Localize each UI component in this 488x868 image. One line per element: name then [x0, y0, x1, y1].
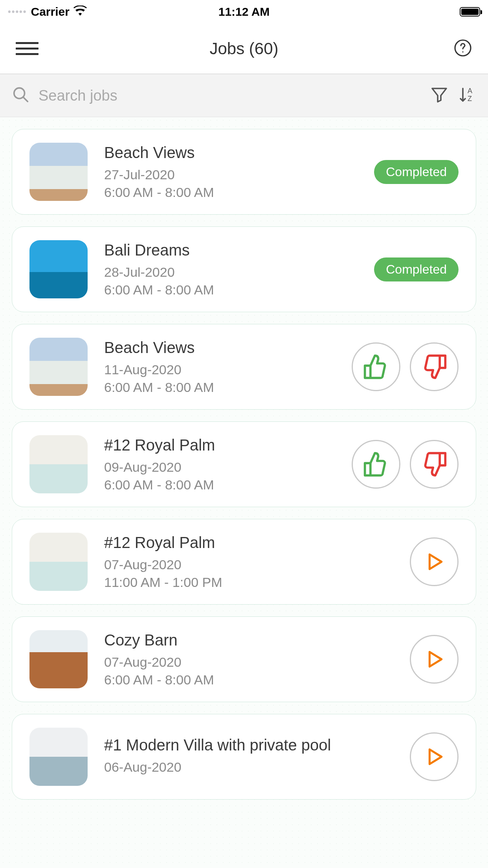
- wifi-icon: [73, 5, 87, 18]
- job-info: #1 Modern Villa with private pool 06-Aug…: [104, 736, 393, 777]
- job-card[interactable]: Bali Dreams 28-Jul-2020 6:00 AM - 8:00 A…: [12, 226, 476, 312]
- job-thumbnail: [29, 240, 88, 298]
- job-list: Beach Views 27-Jul-2020 6:00 AM - 8:00 A…: [0, 117, 488, 868]
- search-icon: [12, 86, 30, 105]
- status-right: [323, 7, 480, 17]
- status-time: 11:12 AM: [165, 5, 323, 18]
- status-badge: Completed: [374, 257, 459, 281]
- job-title: #12 Royal Palm: [104, 534, 393, 552]
- svg-line-3: [23, 97, 28, 102]
- job-card[interactable]: #1 Modern Villa with private pool 06-Aug…: [12, 714, 476, 800]
- job-title: Beach Views: [104, 144, 358, 162]
- thumbs-down-button[interactable]: [410, 342, 459, 391]
- thumbs-up-button[interactable]: [352, 440, 400, 489]
- job-info: Beach Views 11-Aug-2020 6:00 AM - 8:00 A…: [104, 339, 335, 395]
- job-info: Cozy Barn 07-Aug-2020 6:00 AM - 8:00 AM: [104, 631, 393, 688]
- job-date: 11-Aug-2020: [104, 362, 335, 377]
- search-bar: A Z: [0, 74, 488, 117]
- job-actions: [410, 732, 459, 781]
- nav-right: [441, 39, 472, 59]
- job-title: #12 Royal Palm: [104, 436, 335, 454]
- job-info: Beach Views 27-Jul-2020 6:00 AM - 8:00 A…: [104, 144, 358, 200]
- job-time: 11:00 AM - 1:00 PM: [104, 575, 393, 590]
- job-thumbnail: [29, 630, 88, 688]
- job-actions: [410, 537, 459, 586]
- thumbs-up-button[interactable]: [352, 342, 400, 391]
- page-title: Jobs (60): [47, 39, 441, 58]
- job-title: Bali Dreams: [104, 241, 358, 259]
- battery-icon: [460, 7, 480, 17]
- search-input[interactable]: [39, 87, 421, 104]
- job-thumbnail: [29, 728, 88, 786]
- job-info: #12 Royal Palm 09-Aug-2020 6:00 AM - 8:0…: [104, 436, 335, 493]
- nav-left: [16, 42, 47, 55]
- job-title: #1 Modern Villa with private pool: [104, 736, 393, 754]
- job-thumbnail: [29, 143, 88, 201]
- play-button[interactable]: [410, 537, 459, 586]
- job-time: 6:00 AM - 8:00 AM: [104, 672, 393, 688]
- job-title: Cozy Barn: [104, 631, 393, 649]
- svg-point-1: [462, 51, 463, 52]
- job-date: 07-Aug-2020: [104, 655, 393, 670]
- job-date: 28-Jul-2020: [104, 265, 358, 280]
- sort-button[interactable]: A Z: [457, 85, 476, 106]
- job-card[interactable]: Cozy Barn 07-Aug-2020 6:00 AM - 8:00 AM: [12, 616, 476, 702]
- play-button[interactable]: [410, 635, 459, 684]
- filter-button[interactable]: [430, 85, 449, 106]
- job-time: 6:00 AM - 8:00 AM: [104, 380, 335, 395]
- job-title: Beach Views: [104, 339, 335, 357]
- signal-dots-icon: •••••: [8, 7, 27, 17]
- status-badge: Completed: [374, 160, 459, 184]
- job-card[interactable]: #12 Royal Palm 07-Aug-2020 11:00 AM - 1:…: [12, 519, 476, 605]
- status-bar: ••••• Carrier 11:12 AM: [0, 0, 488, 24]
- play-button[interactable]: [410, 732, 459, 781]
- job-info: Bali Dreams 28-Jul-2020 6:00 AM - 8:00 A…: [104, 241, 358, 298]
- menu-button[interactable]: [16, 42, 39, 55]
- job-thumbnail: [29, 533, 88, 591]
- thumbs-down-button[interactable]: [410, 440, 459, 489]
- job-info: #12 Royal Palm 07-Aug-2020 11:00 AM - 1:…: [104, 534, 393, 590]
- job-actions: Completed: [374, 160, 459, 184]
- job-card[interactable]: Beach Views 27-Jul-2020 6:00 AM - 8:00 A…: [12, 129, 476, 215]
- job-time: 6:00 AM - 8:00 AM: [104, 185, 358, 200]
- job-actions: [352, 440, 459, 489]
- job-card[interactable]: Beach Views 11-Aug-2020 6:00 AM - 8:00 A…: [12, 324, 476, 410]
- job-card[interactable]: #12 Royal Palm 09-Aug-2020 6:00 AM - 8:0…: [12, 421, 476, 507]
- nav-bar: Jobs (60): [0, 24, 488, 74]
- svg-text:Z: Z: [468, 95, 472, 103]
- job-thumbnail: [29, 435, 88, 493]
- job-date: 06-Aug-2020: [104, 760, 393, 775]
- job-thumbnail: [29, 338, 88, 396]
- job-date: 27-Jul-2020: [104, 167, 358, 182]
- carrier-label: Carrier: [31, 5, 70, 18]
- job-actions: [352, 342, 459, 391]
- job-date: 07-Aug-2020: [104, 557, 393, 572]
- status-left: ••••• Carrier: [8, 5, 165, 18]
- job-date: 09-Aug-2020: [104, 460, 335, 475]
- job-actions: [410, 635, 459, 684]
- job-actions: Completed: [374, 257, 459, 281]
- svg-text:A: A: [468, 87, 472, 95]
- job-time: 6:00 AM - 8:00 AM: [104, 477, 335, 493]
- help-button[interactable]: [453, 39, 472, 59]
- job-time: 6:00 AM - 8:00 AM: [104, 282, 358, 298]
